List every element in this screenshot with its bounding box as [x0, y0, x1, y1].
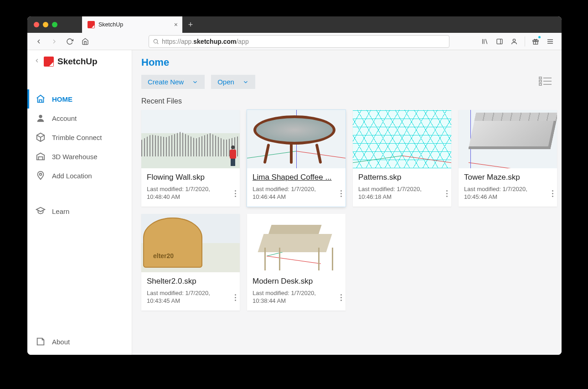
file-name: Shelter2.0.skp [147, 277, 234, 286]
window-maximize-button[interactable] [52, 22, 57, 27]
nav-warehouse-label: 3D Warehouse [52, 153, 98, 161]
file-modified: Last modified: 1/7/2020, 10:48:40 AM [147, 186, 234, 201]
page-title: Home [141, 57, 552, 68]
create-new-label: Create New [148, 78, 184, 86]
list-icon [539, 76, 552, 86]
location-icon [36, 171, 46, 181]
window-minimize-button[interactable] [43, 22, 48, 27]
separator [525, 36, 525, 47]
file-menu-button[interactable] [340, 293, 342, 302]
nav: HOME Account Trimble Connect 3D Warehous… [27, 76, 132, 221]
file-name: Flowing Wall.skp [147, 173, 234, 182]
url-post: /app [236, 38, 248, 45]
file-menu-button[interactable] [446, 189, 448, 198]
sketchup-favicon [88, 21, 95, 28]
brand-name: SketchUp [57, 57, 98, 67]
account-button[interactable] [507, 35, 521, 48]
file-card[interactable]: Modern Desk.skp Last modified: 1/7/2020,… [247, 214, 346, 311]
tab-close-button[interactable]: × [174, 21, 178, 28]
svg-point-6 [40, 173, 42, 176]
nav-trimble[interactable]: Trimble Connect [27, 128, 132, 147]
open-dropdown[interactable]: Open [211, 75, 255, 89]
svg-point-2 [513, 39, 515, 41]
nav-home-label: HOME [52, 95, 72, 103]
sketchup-logo-icon [44, 57, 54, 67]
file-name: Tower Maze.skp [464, 173, 552, 182]
app-body: SketchUp HOME Account Trimble Connect 3 [27, 50, 562, 355]
whats-new-button[interactable] [529, 35, 542, 48]
file-menu-button[interactable] [235, 189, 236, 198]
chevron-down-icon [192, 79, 198, 85]
file-name: Modern Desk.skp [253, 277, 340, 286]
file-menu-button[interactable] [552, 189, 553, 198]
nav-about-label: About [52, 338, 70, 346]
file-thumbnail [459, 110, 557, 168]
nav-home[interactable]: HOME [27, 89, 132, 109]
file-card[interactable]: Flowing Wall.skp Last modified: 1/7/2020… [141, 110, 240, 207]
url-pre: https://app. [162, 38, 193, 45]
file-thumbnail [141, 110, 240, 168]
file-thumbnail [247, 110, 346, 168]
nav-about[interactable]: About [27, 332, 132, 351]
library-button[interactable] [478, 35, 492, 48]
file-name: Lima Shaped Coffee ... [253, 173, 340, 182]
recent-files-grid: Flowing Wall.skp Last modified: 1/7/2020… [141, 110, 552, 311]
svg-rect-7 [539, 77, 542, 79]
file-thumbnail [353, 110, 451, 168]
new-tab-button[interactable]: + [182, 16, 199, 33]
browser-tab[interactable]: SketchUp × [82, 16, 182, 33]
svg-rect-9 [539, 83, 542, 85]
nav-account[interactable]: Account [27, 109, 132, 128]
home-button[interactable] [78, 35, 92, 48]
search-icon [153, 38, 159, 45]
sidebar-back-button[interactable] [34, 57, 40, 66]
forward-button[interactable] [47, 35, 61, 48]
sidebar-button[interactable] [493, 35, 506, 48]
sidebar: SketchUp HOME Account Trimble Connect 3 [27, 50, 132, 355]
file-card[interactable]: Lima Shaped Coffee ... Last modified: 1/… [247, 110, 346, 207]
file-menu-button[interactable] [235, 293, 236, 302]
brand: SketchUp [27, 53, 132, 76]
window-close-button[interactable] [34, 22, 39, 27]
nav-trimble-label: Trimble Connect [52, 134, 102, 141]
url-bar[interactable]: https://app.sketchup.com/app [149, 35, 449, 48]
main-content: Home Create New Open Re [132, 50, 562, 355]
trimble-icon [36, 132, 46, 142]
open-label: Open [217, 78, 234, 86]
nav-learn[interactable]: Learn [27, 202, 132, 221]
file-menu-button[interactable] [340, 189, 342, 198]
file-thumbnail [141, 214, 240, 272]
url-text: https://app.sketchup.com/app [162, 38, 249, 45]
svg-rect-1 [497, 39, 502, 44]
nav-location[interactable]: Add Location [27, 166, 132, 185]
file-name: Patterns.skp [358, 173, 446, 182]
account-icon [36, 113, 46, 123]
file-thumbnail [247, 214, 346, 272]
menu-button[interactable] [543, 35, 557, 48]
view-list-toggle[interactable] [539, 76, 552, 88]
about-icon [36, 337, 46, 347]
home-icon [36, 94, 46, 104]
svg-point-0 [154, 39, 157, 43]
chevron-down-icon [242, 79, 249, 85]
nav-account-label: Account [52, 114, 77, 122]
file-modified: Last modified: 1/7/2020, 10:46:18 AM [358, 186, 446, 201]
nav-learn-label: Learn [52, 207, 69, 215]
browser-toolbar: https://app.sketchup.com/app [27, 33, 562, 50]
create-new-dropdown[interactable]: Create New [141, 75, 205, 89]
file-modified: Last modified: 1/7/2020, 10:38:44 AM [253, 290, 340, 305]
warehouse-icon [36, 151, 46, 161]
url-host: sketchup.com [193, 38, 236, 45]
file-modified: Last modified: 1/7/2020, 10:45:46 AM [464, 186, 552, 201]
nav-location-label: Add Location [52, 172, 92, 180]
learn-icon [36, 206, 46, 216]
file-modified: Last modified: 1/7/2020, 10:46:44 AM [253, 186, 340, 201]
reload-button[interactable] [63, 35, 77, 48]
file-card[interactable]: Patterns.skp Last modified: 1/7/2020, 10… [353, 110, 451, 207]
file-card[interactable]: Shelter2.0.skp Last modified: 1/7/2020, … [141, 214, 240, 311]
back-button[interactable] [32, 35, 46, 48]
file-card[interactable]: Tower Maze.skp Last modified: 1/7/2020, … [459, 110, 557, 207]
tab-title: SketchUp [98, 21, 123, 28]
svg-rect-8 [539, 80, 542, 82]
nav-warehouse[interactable]: 3D Warehouse [27, 147, 132, 166]
